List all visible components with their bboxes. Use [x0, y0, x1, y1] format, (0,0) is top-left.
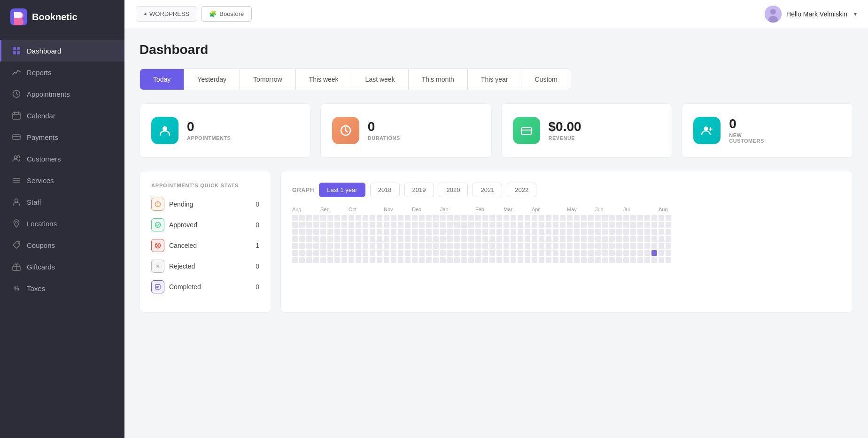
sidebar-item-payments[interactable]: Payments [0, 126, 124, 148]
filter-tab-this-month[interactable]: This month [409, 69, 468, 90]
heatmap-cell [405, 250, 411, 256]
sidebar-item-giftcards[interactable]: Giftcards [0, 256, 124, 277]
heatmap-cell [440, 222, 446, 228]
heatmap-cell [588, 215, 594, 221]
graph-filter-2021[interactable]: 2021 [473, 183, 502, 197]
sidebar-item-reports[interactable]: Reports [0, 61, 124, 83]
heatmap-cell [518, 215, 523, 221]
rejected-icon [151, 260, 164, 273]
heatmap-cell [651, 250, 657, 256]
rejected-label: Rejected [169, 262, 251, 270]
filter-tab-this-week[interactable]: This week [296, 69, 352, 90]
dashboard-icon [12, 46, 21, 55]
heatmap-cell [525, 243, 530, 249]
pending-label: Pending [169, 200, 251, 208]
heatmap-cell [419, 222, 425, 228]
heatmap-week-col [518, 215, 523, 263]
heatmap-week-col [341, 215, 347, 263]
heatmap-cell [532, 215, 537, 221]
graph-filter-2019[interactable]: 2019 [404, 183, 434, 197]
graph-filter-last1year[interactable]: Last 1 year [319, 183, 365, 197]
heatmap-cell [299, 243, 305, 249]
heatmap-cell [468, 236, 474, 242]
heatmap-container: AugSepOctNovDecJanFebMarAprMayJunJulAug [292, 207, 841, 263]
heatmap-cell [377, 222, 382, 228]
heatmap-cell [574, 236, 580, 242]
heatmap-week-col [391, 215, 396, 263]
sidebar-navigation: Dashboard Reports Appointments [0, 34, 124, 305]
heatmap-cell [468, 243, 474, 249]
heatmap-week-col [659, 215, 664, 263]
heatmap-cell [489, 229, 495, 235]
heatmap-cell [489, 236, 495, 242]
stat-card-revenue: $0.00 REVENUE [501, 103, 673, 158]
heatmap-cell [363, 236, 368, 242]
durations-label: DURATIONS [368, 135, 400, 141]
heatmap-cell [341, 229, 347, 235]
sidebar-item-coupons[interactable]: Coupons [0, 234, 124, 256]
heatmap-cell [461, 215, 467, 221]
heatmap-cell [384, 215, 389, 221]
heatmap-cell [475, 229, 481, 235]
heatmap-cell [398, 215, 403, 221]
heatmap-cell [327, 243, 333, 249]
filter-tab-custom[interactable]: Custom [521, 69, 570, 90]
heatmap-cell [341, 257, 347, 263]
heatmap-cell [588, 222, 594, 228]
heatmap-week-col [320, 215, 326, 263]
sidebar-item-services[interactable]: Services [0, 169, 124, 191]
filter-tab-yesterday[interactable]: Yesterday [184, 69, 240, 90]
heatmap-cell [644, 222, 650, 228]
heatmap-cell [560, 243, 566, 249]
sidebar-item-appointments[interactable]: Appointments [0, 83, 124, 105]
filter-tab-last-week[interactable]: Last week [352, 69, 409, 90]
durations-stat-icon [332, 117, 359, 144]
heatmap-cell [630, 257, 636, 263]
rejected-count: 0 [256, 262, 259, 270]
sidebar-item-label: Staff [27, 198, 41, 206]
graph-filter-2020[interactable]: 2020 [439, 183, 468, 197]
boostore-button[interactable]: 🧩 Boostore [201, 6, 252, 22]
heatmap-cell [349, 222, 354, 228]
heatmap-cell [405, 215, 411, 221]
wordpress-button[interactable]: ◂ WORDPRESS [136, 6, 197, 22]
customers-icon [12, 154, 21, 163]
heatmap-cell [299, 257, 305, 263]
heatmap-cell [595, 229, 601, 235]
appointments-stat-info: 0 APPOINTMENTS [187, 120, 231, 141]
sidebar-item-staff[interactable]: Staff [0, 191, 124, 213]
graph-filter-2018[interactable]: 2018 [370, 183, 400, 197]
heatmap-cell [320, 222, 326, 228]
heatmap-cell [391, 236, 396, 242]
heatmap-cell [588, 257, 594, 263]
svg-rect-2 [17, 47, 20, 50]
sidebar-item-locations[interactable]: Locations [0, 213, 124, 234]
heatmap-cell [482, 236, 488, 242]
heatmap-week-col [581, 215, 587, 263]
heatmap-cell [363, 222, 368, 228]
heatmap-cell [356, 215, 361, 221]
filter-tab-this-year[interactable]: This year [468, 69, 522, 90]
heatmap-cell [299, 229, 305, 235]
heatmap-cell [299, 236, 305, 242]
heatmap-cell [454, 257, 460, 263]
heatmap-cell [433, 236, 439, 242]
sidebar-item-calendar[interactable]: Calendar [0, 105, 124, 126]
graph-filter-2022[interactable]: 2022 [507, 183, 536, 197]
new-customers-label: NEW CUSTOMERS [729, 132, 764, 144]
sidebar-item-taxes[interactable]: % Taxes [0, 277, 124, 299]
heatmap-cell [454, 222, 460, 228]
staff-icon [12, 197, 21, 207]
sidebar-item-dashboard[interactable]: Dashboard [0, 40, 124, 61]
quick-stats-title: APPOINTMENT'S QUICK STATS [151, 183, 259, 188]
heatmap-cell [539, 222, 544, 228]
filter-tab-today[interactable]: Today [140, 69, 184, 90]
completed-icon [151, 280, 164, 293]
user-menu-chevron[interactable]: ▾ [854, 11, 857, 17]
approved-count: 0 [256, 221, 259, 229]
filter-tab-tomorrow[interactable]: Tomorrow [240, 69, 295, 90]
heatmap-cell [511, 229, 516, 235]
sidebar-item-customers[interactable]: Customers [0, 148, 124, 169]
heatmap-cell [616, 250, 622, 256]
heatmap-cell [292, 229, 298, 235]
